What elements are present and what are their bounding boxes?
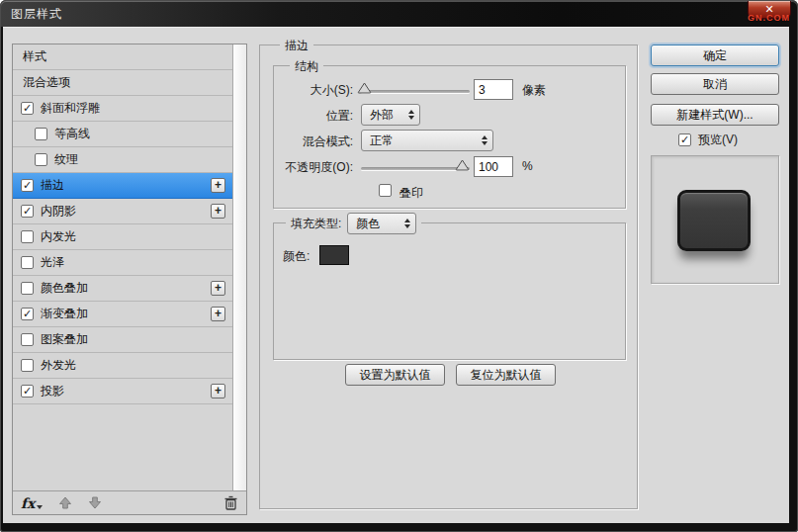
sidebar-item-label: 纹理: [54, 151, 78, 168]
fill-type-group: 填充类型: 颜色 颜色:: [273, 222, 626, 360]
opacity-input[interactable]: [474, 156, 513, 177]
style-list-panel: 样式混合选项✓斜面和浮雕等高线纹理✓描边+✓内阴影+内发光光泽颜色叠加+✓渐变叠…: [12, 44, 247, 515]
watermark-text: GN.COM: [748, 13, 790, 23]
preview-checkbox[interactable]: ✓: [678, 133, 691, 146]
set-default-label: 设置为默认值: [360, 367, 431, 384]
sidebar-item-styles[interactable]: 样式: [13, 44, 232, 70]
structure-group: 结构 大小(S): 像素 位置: 外部: [273, 65, 626, 209]
sidebar-item-label: 图案叠加: [41, 331, 88, 348]
sidebar-item-inner-shadow[interactable]: ✓内阴影+: [13, 199, 232, 224]
effect-checkbox-pattern-overlay[interactable]: [21, 333, 34, 346]
spinner-arrows-icon: [408, 110, 414, 120]
ok-button[interactable]: 确定: [651, 44, 779, 66]
cancel-label: 取消: [703, 76, 727, 93]
delete-effect-button[interactable]: [223, 495, 238, 510]
color-label: 颜色:: [283, 248, 310, 265]
sidebar-item-outer-glow[interactable]: 外发光: [13, 353, 232, 379]
reset-default-button[interactable]: 复位为默认值: [456, 364, 556, 386]
move-effect-down-button[interactable]: [88, 496, 102, 509]
cancel-button[interactable]: 取消: [651, 73, 779, 95]
effect-checkbox-gradient-overlay[interactable]: ✓: [21, 308, 34, 320]
set-default-button[interactable]: 设置为默认值: [345, 364, 445, 386]
sidebar-item-label: 内阴影: [41, 203, 76, 220]
sidebar-item-label: 描边: [41, 177, 64, 194]
fill-type-dropdown[interactable]: 颜色: [347, 213, 416, 234]
add-effect-instance-button[interactable]: +: [211, 384, 225, 399]
preview-toggle-row: ✓ 预览(V): [678, 132, 738, 148]
opacity-unit: %: [522, 159, 533, 173]
position-row: 位置: 外部: [274, 104, 625, 128]
overprint-row: 叠印: [274, 181, 625, 205]
sidebar-item-pattern-overlay[interactable]: 图案叠加: [13, 327, 232, 353]
size-unit: 像素: [522, 82, 546, 99]
sidebar-item-label: 外发光: [41, 357, 76, 374]
sidebar-item-bevel-emboss[interactable]: ✓斜面和浮雕: [13, 96, 232, 122]
size-slider-track[interactable]: [361, 90, 470, 93]
effect-checkbox-color-overlay[interactable]: [21, 282, 34, 295]
fill-type-value: 颜色: [356, 216, 380, 232]
size-label: 大小(S):: [274, 82, 353, 99]
structure-group-legend: 结构: [290, 58, 323, 75]
opacity-slider-thumb[interactable]: [455, 159, 470, 174]
overprint-label: 叠印: [399, 185, 423, 202]
style-list-scrollbar[interactable]: [232, 44, 246, 490]
blend-mode-label: 混合模式:: [274, 133, 353, 150]
size-slider-thumb[interactable]: [357, 82, 372, 97]
preview-label: 预览(V): [698, 132, 738, 148]
effect-checkbox-stroke[interactable]: ✓: [21, 179, 34, 192]
add-effect-instance-button[interactable]: +: [211, 204, 225, 219]
effect-checkbox-satin[interactable]: [21, 256, 34, 269]
opacity-label: 不透明度(O):: [274, 159, 353, 176]
title-bar[interactable]: 图层样式 ✕ GN.COM: [1, 1, 797, 27]
size-input[interactable]: [474, 79, 513, 100]
fx-menu-caret-icon: [37, 505, 43, 509]
ok-label: 确定: [703, 47, 727, 64]
sidebar-item-label: 样式: [23, 48, 46, 65]
style-list: 样式混合选项✓斜面和浮雕等高线纹理✓描边+✓内阴影+内发光光泽颜色叠加+✓渐变叠…: [13, 44, 246, 490]
effect-checkbox-texture[interactable]: [35, 153, 47, 166]
dialog-body: 样式混合选项✓斜面和浮雕等高线纹理✓描边+✓内阴影+内发光光泽颜色叠加+✓渐变叠…: [3, 27, 789, 523]
reset-default-label: 复位为默认值: [471, 367, 542, 384]
sidebar-item-label: 内发光: [41, 228, 76, 245]
sidebar-item-label: 光泽: [41, 254, 64, 271]
stroke-color-swatch[interactable]: [319, 245, 349, 265]
sidebar-item-drop-shadow[interactable]: ✓投影+: [13, 379, 232, 404]
blend-mode-dropdown[interactable]: 正常: [361, 130, 493, 151]
sidebar-item-label: 渐变叠加: [41, 306, 88, 322]
dialog-title: 图层样式: [11, 1, 62, 27]
sidebar-item-stroke[interactable]: ✓描边+: [13, 173, 232, 199]
effect-checkbox-inner-glow[interactable]: [21, 230, 34, 243]
sidebar-item-color-overlay[interactable]: 颜色叠加+: [13, 276, 232, 302]
sidebar-item-blending-options[interactable]: 混合选项: [13, 70, 232, 96]
sidebar-item-contour[interactable]: 等高线: [13, 122, 232, 147]
sidebar-item-inner-glow[interactable]: 内发光: [13, 224, 232, 250]
add-effect-instance-button[interactable]: +: [211, 281, 225, 296]
add-effect-instance-button[interactable]: +: [211, 307, 225, 321]
opacity-row: 不透明度(O): %: [274, 155, 625, 179]
effect-checkbox-outer-glow[interactable]: [21, 359, 34, 372]
sidebar-item-label: 混合选项: [23, 74, 70, 91]
effect-checkbox-contour[interactable]: [35, 128, 47, 140]
overprint-checkbox[interactable]: [379, 184, 392, 197]
fill-type-label: 填充类型:: [291, 216, 341, 232]
fx-menu-button[interactable]: fx: [21, 495, 35, 511]
sidebar-item-texture[interactable]: 纹理: [13, 147, 232, 173]
sidebar-item-gradient-overlay[interactable]: ✓渐变叠加+: [13, 302, 232, 327]
add-effect-instance-button[interactable]: +: [211, 178, 225, 193]
opacity-slider-track[interactable]: [361, 167, 470, 170]
sidebar-item-label: 等高线: [54, 126, 90, 142]
new-style-button[interactable]: 新建样式(W)...: [651, 104, 779, 126]
move-effect-up-button[interactable]: [58, 496, 72, 509]
arrow-up-icon: [58, 496, 72, 509]
stroke-group-legend: 描边: [280, 38, 313, 54]
spinner-arrows-icon: [404, 219, 410, 228]
effect-checkbox-drop-shadow[interactable]: ✓: [21, 385, 34, 398]
effect-checkbox-bevel-emboss[interactable]: ✓: [21, 102, 34, 115]
preview-thumbnail: [677, 190, 751, 251]
position-value: 外部: [370, 107, 394, 124]
blend-mode-value: 正常: [370, 133, 394, 149]
effect-checkbox-inner-shadow[interactable]: ✓: [21, 205, 34, 218]
trash-icon: [223, 495, 238, 510]
position-dropdown[interactable]: 外部: [361, 104, 420, 126]
sidebar-item-satin[interactable]: 光泽: [13, 250, 232, 276]
